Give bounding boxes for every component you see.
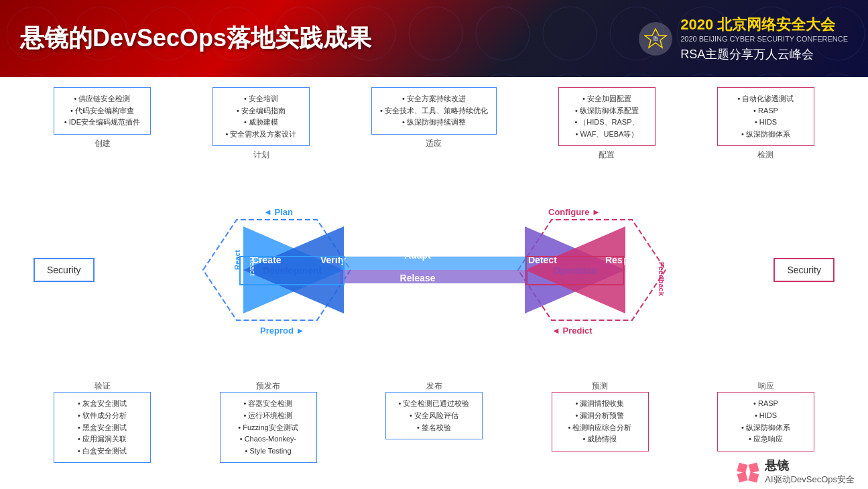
svg-text:React: React: [233, 250, 241, 270]
svg-rect-23: [737, 472, 748, 482]
info-box-release-label: 发布: [385, 380, 483, 392]
svg-text:Preprod ►: Preprod ►: [260, 326, 304, 336]
info-box-preprod-content: 容器安全检测 运行环境检测 Fuzzing安全测试 Chaos-Monkey- …: [220, 392, 317, 463]
info-box-predict-label: 预测: [552, 380, 649, 392]
conf-name-en: 2020 BEIJING CYBER SECURITY CONFERENCE: [680, 35, 848, 43]
page-title: 悬镜的DevSecOps落地实践成果: [20, 22, 639, 55]
mirror-logo-icon: [735, 458, 761, 485]
info-box-adapt-content: 安全方案持续改进 安全技术、工具、策略持续优化 纵深防御持续调整: [371, 87, 497, 135]
info-box-release: 发布 安全检测已通过校验 安全风险评估 签名校验: [385, 377, 483, 463]
info-box-verify-content: 灰盒安全测试 软件成分分析 黑盒安全测试 应用漏洞关联 白盒安全测试: [54, 392, 151, 463]
info-box-verify: 验证 灰盒安全测试 软件成分分析 黑盒安全测试 应用漏洞关联 白盒安全测试: [54, 377, 151, 463]
info-box-configure-content: 安全加固配置 纵深防御体系配置 （HIDS、RASP、 WAF、UEBA等）: [558, 87, 656, 146]
info-box-detect: 自动化渗透测试 RASP HIDS 纵深防御体系 检测: [717, 87, 814, 161]
info-box-verify-label: 验证: [54, 380, 151, 392]
conference-info: 盾 2020 北京网络安全大会 2020 BEIJING CYBER SECUR…: [639, 15, 848, 62]
info-box-configure-label: 配置: [558, 149, 656, 161]
security-right-box: Security: [773, 258, 834, 282]
middle-diagram: Security Create React Verify: [13, 166, 855, 374]
info-box-detect-content: 自动化渗透测试 RASP HIDS 纵深防御体系: [717, 87, 814, 146]
security-left-box: Security: [34, 258, 95, 282]
info-box-predict: 预测 漏洞情报收集 漏洞分析预警 检测响应综合分析 威胁情报: [552, 377, 649, 463]
info-box-create: 供应链安全检测 代码安全编构审查 IDE安全编码规范插件 创建: [54, 87, 151, 161]
svg-rect-22: [749, 462, 759, 473]
info-box-predict-content: 漏洞情报收集 漏洞分析预警 检测响应综合分析 威胁情报: [552, 392, 649, 451]
svg-text:盾: 盾: [653, 36, 658, 42]
header: 悬镜的DevSecOps落地实践成果 盾 2020 北京网络安全大会 2020 …: [0, 0, 868, 77]
svg-text:Operation: Operation: [552, 265, 597, 276]
svg-rect-24: [749, 472, 759, 483]
top-info-boxes: 供应链安全检测 代码安全编构审查 IDE安全编码规范插件 创建 安全培训 安全编…: [13, 87, 855, 161]
info-box-detect-label: 检测: [717, 149, 814, 161]
info-box-plan-content: 安全培训 安全编码指南 威胁建模 安全需求及方案设计: [212, 87, 310, 146]
svg-text:Release: Release: [399, 273, 435, 283]
info-box-respond: 响应 RASP HIDS 纵深防御体系 应急响应: [717, 377, 814, 463]
svg-rect-21: [737, 463, 748, 474]
svg-text:Configure ►: Configure ►: [548, 207, 601, 217]
info-box-adapt-label: 适应: [371, 138, 497, 149]
conf-year: 2020 北京网络安全大会: [680, 15, 848, 35]
info-box-create-label: 创建: [54, 138, 151, 149]
svg-text:◄ Predict: ◄ Predict: [552, 326, 593, 336]
main-content: 供应链安全检测 代码安全编构审查 IDE安全编码规范插件 创建 安全培训 安全编…: [0, 77, 868, 489]
info-box-create-content: 供应链安全检测 代码安全编构审查 IDE安全编码规范插件: [54, 87, 151, 135]
conference-logo-icon: 盾: [639, 22, 672, 56]
info-box-configure: 安全加固配置 纵深防御体系配置 （HIDS、RASP、 WAF、UEBA等） 配…: [558, 87, 656, 161]
info-box-adapt: 安全方案持续改进 安全技术、工具、策略持续优化 纵深防御持续调整 适应: [371, 87, 497, 161]
svg-text:Feedback: Feedback: [658, 262, 666, 297]
info-box-plan: 安全培训 安全编码指南 威胁建模 安全需求及方案设计 计划: [212, 87, 310, 161]
footer-tagline: AI驱动DevSecOps安全: [765, 474, 855, 486]
info-box-preprod-label: 预发布: [220, 380, 317, 392]
footer-logo: 悬镜 AI驱动DevSecOps安全: [735, 458, 855, 486]
conf-rsa: RSA主题分享万人云峰会: [680, 46, 848, 62]
info-box-preprod: 预发布 容器安全检测 运行环境检测 Fuzzing安全测试 Chaos-Monk…: [220, 377, 317, 463]
info-box-release-content: 安全检测已通过校验 安全风险评估 签名校验: [385, 392, 483, 439]
footer: 悬镜 AI驱动DevSecOps安全: [735, 458, 855, 486]
diagram-svg: Create React Verify ◄ Plan Preprod ► Ada…: [116, 166, 753, 374]
conference-text: 2020 北京网络安全大会 2020 BEIJING CYBER SECURIT…: [680, 15, 848, 62]
svg-text:Adapt: Adapt: [404, 250, 431, 261]
bottom-info-boxes: 验证 灰盒安全测试 软件成分分析 黑盒安全测试 应用漏洞关联 白盒安全测试 预发…: [13, 377, 855, 463]
info-box-plan-label: 计划: [212, 149, 310, 161]
info-box-respond-label: 响应: [717, 380, 814, 392]
company-name: 悬镜: [765, 458, 855, 474]
svg-text:◄ Plan: ◄ Plan: [263, 207, 293, 217]
info-box-respond-content: RASP HIDS 纵深防御体系 应急响应: [717, 392, 814, 451]
svg-text:React: React: [249, 257, 257, 276]
svg-text:Development: Development: [263, 265, 322, 276]
